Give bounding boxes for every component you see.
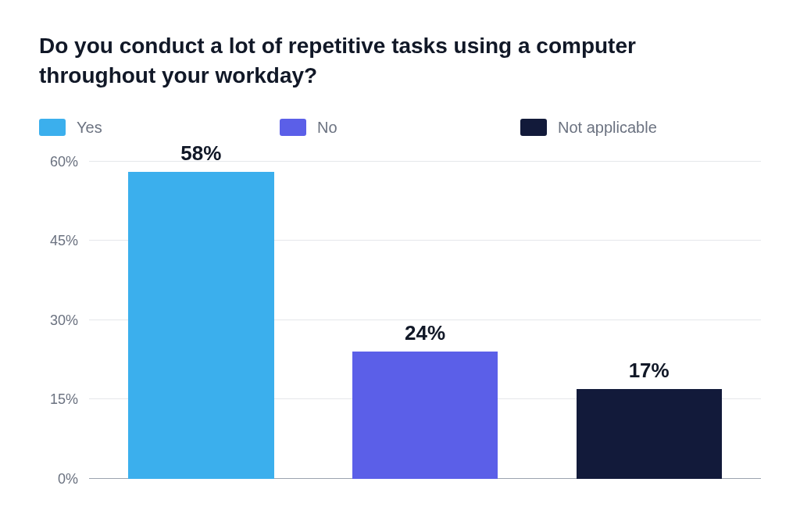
bar-value-label: 58%	[89, 141, 313, 166]
bar-rect	[352, 352, 498, 478]
bar-value-label: 17%	[537, 359, 761, 383]
y-tick: 45%	[44, 233, 78, 249]
legend-item-yes: Yes	[39, 119, 280, 137]
bar-value-label: 24%	[313, 321, 538, 345]
y-axis: 60% 45% 30% 15% 0%	[44, 162, 84, 479]
y-tick: 0%	[44, 470, 78, 487]
bar-slot-na: 17%	[537, 162, 761, 479]
legend-item-na: Not applicable	[520, 119, 761, 137]
y-tick: 60%	[44, 153, 78, 170]
bar-rect	[577, 389, 722, 479]
legend-swatch	[280, 119, 306, 136]
legend-swatch	[39, 119, 66, 136]
bar-slot-yes: 58%	[89, 162, 313, 479]
bar-rect	[128, 172, 273, 478]
legend-label: Yes	[77, 119, 102, 137]
bar-slot-no: 24%	[313, 162, 538, 479]
legend-swatch	[520, 119, 547, 136]
bars-container: 58% 24% 17%	[89, 162, 761, 479]
legend-item-no: No	[280, 119, 520, 137]
y-tick: 15%	[44, 391, 78, 408]
chart-title: Do you conduct a lot of repetitive tasks…	[39, 31, 680, 91]
legend: Yes No Not applicable	[39, 119, 761, 137]
legend-label: No	[317, 119, 338, 137]
legend-label: Not applicable	[558, 119, 657, 137]
plot-area: 60% 45% 30% 15% 0% 58% 24% 17%	[44, 162, 761, 505]
y-tick: 30%	[44, 312, 78, 328]
